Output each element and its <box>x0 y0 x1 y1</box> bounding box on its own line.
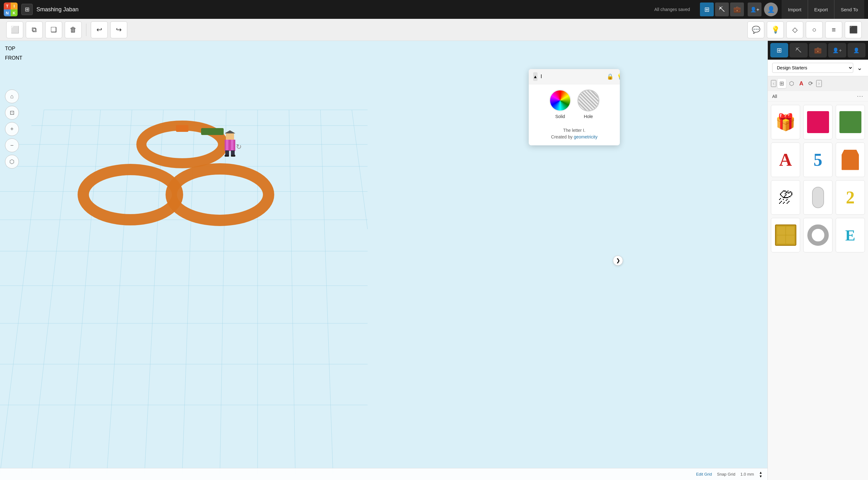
rp-tab-pickaxe[interactable]: ⛏ <box>789 43 807 58</box>
hole-option[interactable]: Hole <box>578 90 599 119</box>
svg-rect-29 <box>225 140 235 151</box>
project-name[interactable]: Smashing Jaban <box>36 6 651 13</box>
shape-number-2[interactable]: 2 <box>836 180 865 215</box>
svg-line-22 <box>320 110 333 474</box>
user-avatar[interactable]: 👤 <box>764 2 778 16</box>
svg-rect-1 <box>0 41 768 480</box>
tinkercad-logo[interactable]: T I N K <box>4 2 18 16</box>
right-panel-header: Design Starters ⌄ <box>768 60 868 76</box>
shape-teal-letter[interactable]: E <box>836 218 865 252</box>
shape-row-1: 🎁 <box>771 105 865 139</box>
svg-line-17 <box>145 110 163 474</box>
view-cube-top[interactable]: TOP <box>5 46 27 55</box>
svg-rect-25 <box>176 125 188 132</box>
shape-row-3: ⛈ 2 <box>771 180 865 215</box>
rp-tab-briefcase[interactable]: 💼 <box>809 43 827 58</box>
rp-tab-avatar[interactable]: 👤 <box>847 43 866 58</box>
design-starters-select[interactable]: Design Starters <box>772 63 853 73</box>
svg-rect-32 <box>226 132 234 140</box>
home-view-btn[interactable]: ⌂ <box>5 90 19 103</box>
collapse-panel-btn[interactable]: ❯ <box>613 255 623 266</box>
undo-btn[interactable]: ↩ <box>91 21 108 38</box>
rp-tab-person-plus[interactable]: 👤+ <box>828 43 846 58</box>
shape-number-5[interactable]: 5 <box>803 142 833 177</box>
all-row: All ··· <box>768 91 868 102</box>
shape-ring[interactable] <box>803 218 833 252</box>
export-btn[interactable]: Export <box>808 0 834 19</box>
paste-btn[interactable]: ❑ <box>45 21 62 38</box>
shape-name-input[interactable] <box>541 74 603 79</box>
import-btn[interactable]: Import <box>782 0 808 19</box>
shape-orange-obj[interactable] <box>836 142 865 177</box>
logo-t: T <box>4 2 11 9</box>
filter-tab-refresh[interactable]: ⟳ <box>806 79 815 88</box>
svg-point-27 <box>83 170 178 220</box>
filter-prev-btn[interactable]: ‹ <box>771 80 776 87</box>
filter-tab-hex[interactable]: ⬡ <box>787 79 796 88</box>
svg-point-28 <box>171 169 269 220</box>
align-btn[interactable]: ≡ <box>825 21 842 38</box>
view-cube-front[interactable]: FRONT <box>5 55 27 68</box>
shape-popup-header: ▲ 🔒 💡 <box>529 69 620 84</box>
view-cube[interactable]: TOP FRONT <box>5 46 39 80</box>
pickaxe-view-btn[interactable]: ⛏ <box>715 2 729 16</box>
shape-letter-a[interactable]: A <box>771 142 800 177</box>
bulb-btn[interactable]: 💡 <box>767 21 784 38</box>
shape-green-box[interactable] <box>836 105 865 139</box>
right-panel-tabs: ⊞ ⛏ 💼 👤+ 👤 <box>768 41 868 60</box>
creator-link[interactable]: geometricity <box>574 134 597 139</box>
shape-crate[interactable] <box>771 218 800 252</box>
shape-options: Solid Hole <box>529 84 620 124</box>
view-modes: ⊞ ⛏ 💼 <box>700 2 744 16</box>
shape-gift[interactable]: 🎁 <box>771 105 800 139</box>
fit-view-btn[interactable]: ⊡ <box>5 106 19 119</box>
redo-btn[interactable]: ↪ <box>110 21 127 38</box>
svg-rect-37 <box>231 155 235 157</box>
svg-line-14 <box>31 110 72 474</box>
rp-chevron-btn[interactable]: ⌄ <box>856 63 864 73</box>
all-label: All <box>772 94 857 99</box>
hole-label: Hole <box>584 114 593 119</box>
toolbar-separator <box>86 24 86 36</box>
speech-bubble-btn[interactable]: 💬 <box>747 21 764 38</box>
popup-bulb-btn[interactable]: 💡 <box>617 73 620 80</box>
svg-point-24 <box>142 126 223 163</box>
cylinder-btn[interactable]: ○ <box>806 21 823 38</box>
briefcase-view-btn[interactable]: 💼 <box>730 2 744 16</box>
svg-marker-33 <box>225 130 235 133</box>
svg-rect-30 <box>226 140 228 151</box>
shape-pink-box[interactable] <box>803 105 833 139</box>
popup-lock-btn[interactable]: 🔒 <box>607 73 614 80</box>
send-to-btn[interactable]: Send To <box>834 0 864 19</box>
grid-overlay <box>0 41 768 480</box>
shape-cloud[interactable]: ⛈ <box>771 180 800 215</box>
delete-btn[interactable]: 🗑 <box>65 21 82 38</box>
solid-label: Solid <box>555 114 565 119</box>
rp-tab-grid[interactable]: ⊞ <box>770 43 788 58</box>
box-btn[interactable]: ⬜ <box>6 21 23 38</box>
zoom-in-btn[interactable]: + <box>5 122 19 136</box>
edit-grid-btn[interactable]: Edit Grid <box>696 472 712 477</box>
copy-btn[interactable]: ⧉ <box>26 21 43 38</box>
more-btn[interactable]: ··· <box>857 93 864 100</box>
mirror-btn[interactable]: ⬛ <box>845 21 862 38</box>
filter-tab-grid[interactable]: ⊞ <box>777 79 786 88</box>
top-actions: Import Export Send To <box>782 0 864 19</box>
perspective-btn[interactable]: ⬡ <box>5 155 19 169</box>
zoom-out-btn[interactable]: − <box>5 138 19 152</box>
popup-back-btn[interactable]: ▲ <box>533 72 537 81</box>
add-user-btn[interactable]: 👤+ <box>748 2 762 16</box>
filter-next-btn[interactable]: › <box>816 80 822 87</box>
snap-grid-value: 1.0 mm <box>740 472 754 477</box>
shape-cylinder[interactable] <box>803 180 833 215</box>
viewport[interactable]: TOP FRONT ⌂ ⊡ + − ⬡ <box>0 41 768 480</box>
shape-row-2: A 5 <box>771 142 865 177</box>
grid-menu-icon[interactable]: ⊞ <box>21 4 33 15</box>
solid-option[interactable]: Solid <box>549 90 571 119</box>
user-area: 👤+ 👤 <box>748 2 778 16</box>
filter-tab-a[interactable]: A <box>797 79 805 88</box>
shape-btn[interactable]: ◇ <box>786 21 803 38</box>
grid-view-btn[interactable]: ⊞ <box>700 2 714 16</box>
shape-grid: 🎁 A 5 <box>768 102 868 480</box>
snap-stepper[interactable]: ▲ ▼ <box>759 471 763 478</box>
